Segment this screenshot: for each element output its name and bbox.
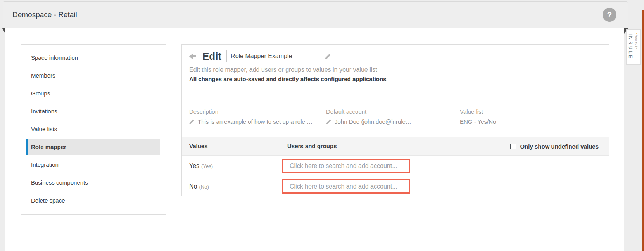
- autosave-note: All changes are auto-saved and directly …: [189, 76, 609, 82]
- meta-default-account: Default account John Doe (john.doe@inrul…: [326, 108, 411, 125]
- value-list-value: ENG - Yes/No: [460, 118, 496, 125]
- sidebar-item-invitations[interactable]: Invitations: [26, 103, 160, 119]
- description-label: Description: [189, 108, 313, 115]
- meta-description: Description This is an example of how to…: [189, 108, 313, 125]
- value-cell: Yes(Yes): [182, 156, 278, 176]
- table-header-row: Values Users and groups Only show undefi…: [182, 137, 609, 156]
- table-row: No(No): [182, 176, 609, 197]
- back-arrow-icon[interactable]: [189, 53, 198, 60]
- right-edge-accent-strip: [642, 10, 644, 251]
- powered-by-label: Powered by: [635, 35, 638, 49]
- only-show-undefined-filter[interactable]: Only show undefined values: [510, 137, 599, 156]
- edit-name-pencil-icon[interactable]: [325, 54, 331, 59]
- sidebar-nav: Space information Members Groups Invitat…: [21, 44, 166, 215]
- description-value[interactable]: This is an example of how to set up a ro…: [198, 118, 313, 125]
- value-code: (Yes): [201, 163, 213, 169]
- value-code: (No): [199, 184, 209, 190]
- inrule-logo-text: INRULE: [628, 33, 633, 60]
- value-cell: No(No): [182, 176, 278, 197]
- sidebar-item-space-information[interactable]: Space information: [26, 50, 160, 66]
- page-title: Edit: [202, 50, 221, 62]
- sidebar-item-business-components[interactable]: Business components: [26, 175, 160, 190]
- value-name: No(No): [189, 176, 209, 197]
- top-header-bar: Demospace - Retail ?: [3, 1, 628, 28]
- default-account-label: Default account: [326, 108, 411, 115]
- edit-subtitle: Edit this role mapper, add users or grou…: [189, 66, 609, 73]
- inrule-dot-icon: [636, 33, 637, 34]
- value-name: Yes(Yes): [189, 156, 213, 176]
- column-header-users-and-groups: Users and groups: [287, 137, 337, 156]
- page: Demospace - Retail ? INRULE Powered by S…: [0, 0, 644, 251]
- help-icon[interactable]: ?: [603, 8, 616, 22]
- sidebar-item-value-lists[interactable]: Value lists: [26, 121, 160, 137]
- undefined-values-checkbox-label: Only show undefined values: [520, 143, 599, 150]
- add-account-search-input[interactable]: [282, 179, 410, 194]
- space-title: Demospace - Retail: [12, 2, 77, 28]
- edit-description-pencil-icon[interactable]: [189, 119, 194, 124]
- column-header-values: Values: [189, 137, 208, 156]
- default-account-value[interactable]: John Doe (john.doe@inrule…: [335, 118, 411, 125]
- role-mapper-panel: Edit Edit this role mapper, add users or…: [181, 44, 609, 196]
- role-mapper-name-input[interactable]: [226, 50, 319, 62]
- sidebar-item-delete-space[interactable]: Delete space: [26, 192, 160, 208]
- value-list-label: Value list: [460, 108, 496, 115]
- add-account-search-input[interactable]: [282, 159, 410, 173]
- sidebar-item-groups[interactable]: Groups: [26, 85, 160, 101]
- powered-by-inrule-badge[interactable]: INRULE Powered by: [626, 29, 641, 65]
- edit-header-section: Edit Edit this role mapper, add users or…: [182, 45, 609, 99]
- sidebar-item-role-mapper[interactable]: Role mapper: [26, 139, 160, 155]
- header-fold-left: [2, 28, 5, 34]
- meta-value-list: Value list ENG - Yes/No: [460, 108, 496, 125]
- undefined-values-checkbox[interactable]: [510, 144, 516, 149]
- sidebar-item-integration[interactable]: Integration: [26, 157, 160, 173]
- table-row: Yes(Yes): [182, 156, 609, 176]
- meta-section: Description This is an example of how to…: [182, 99, 609, 137]
- sidebar-item-members[interactable]: Members: [26, 68, 160, 83]
- edit-default-account-pencil-icon[interactable]: [326, 119, 331, 124]
